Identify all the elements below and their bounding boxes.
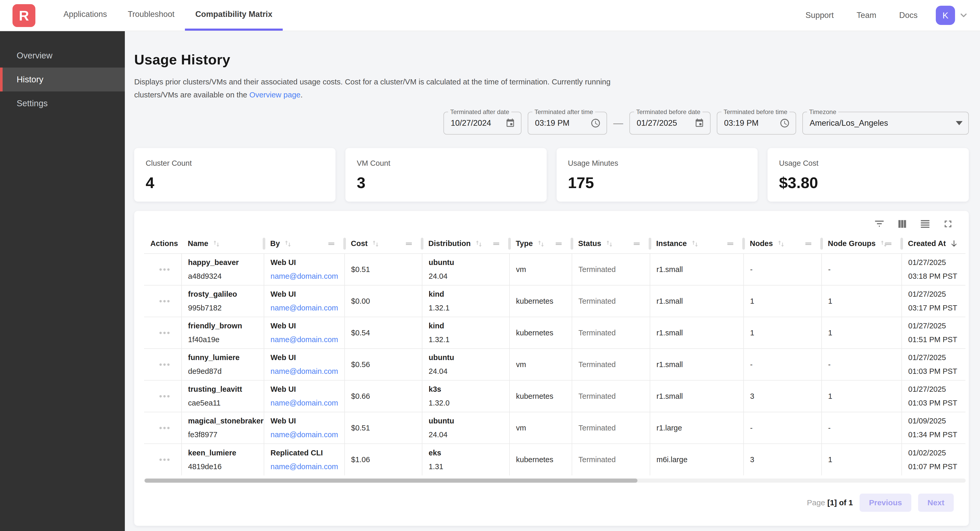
terminated-before-date-field[interactable]: Terminated before date [629,112,711,135]
horizontal-scrollbar-thumb[interactable] [145,479,638,483]
user-avatar[interactable]: K [936,6,955,25]
nodes-cell: - [744,254,822,285]
calendar-icon[interactable] [694,118,704,128]
row-actions-button[interactable] [150,285,179,317]
created-time: 01:03 PM PST [908,399,963,407]
column-menu-icon[interactable] [492,239,501,248]
stat-card-usage-cost: Usage Cost $3.80 [767,148,969,201]
row-actions-button[interactable] [150,444,179,476]
column-header-instance[interactable]: Instance [650,234,744,254]
column-header-type[interactable]: Type [509,234,572,254]
column-menu-icon[interactable] [726,239,735,248]
topbar: R Applications Troubleshoot Compatibilit… [0,0,980,31]
dropdown-caret-icon[interactable] [956,121,963,125]
node-groups-cell: 1 [822,285,902,317]
next-page-button[interactable]: Next [918,494,954,512]
column-menu-icon[interactable] [554,239,563,248]
sort-icon[interactable] [605,239,614,248]
sort-icon[interactable] [371,239,380,248]
avatar-initial: K [943,10,948,21]
created-time: 03:17 PM PST [908,304,963,312]
previous-page-button[interactable]: Previous [859,494,912,512]
density-icon[interactable] [920,218,931,230]
nodes-cell: - [744,349,822,380]
cost-cell: $0.00 [345,285,422,317]
created-by-email-link[interactable]: name@domain.com [270,399,342,407]
docs-link[interactable]: Docs [899,11,918,20]
timezone-select[interactable]: Timezone America/Los_Angeles [802,112,969,135]
column-menu-icon[interactable] [632,239,641,248]
terminated-after-date-field[interactable]: Terminated after date [444,112,522,135]
column-menu-icon[interactable] [404,239,413,248]
column-header-distribution[interactable]: Distribution [422,234,509,254]
column-header-status[interactable]: Status [572,234,650,254]
user-menu-chevron-icon[interactable] [959,10,969,20]
terminated-after-date-input[interactable] [451,119,503,128]
column-header-name[interactable]: Name [181,234,264,254]
column-menu-icon[interactable] [327,239,336,248]
support-link[interactable]: Support [805,11,834,20]
distribution-version: 24.04 [429,430,507,439]
column-header-created-at[interactable]: Created At [902,234,966,254]
tab-compatibility-matrix[interactable]: Compatibility Matrix [185,0,283,31]
sidebar-item-settings[interactable]: Settings [0,92,125,115]
sort-icon[interactable] [212,239,221,248]
column-menu-icon[interactable] [804,239,813,248]
column-header-node-groups[interactable]: Node Groups [822,234,902,254]
sort-icon[interactable] [536,239,546,248]
sort-icon[interactable] [690,239,699,248]
stat-value: 3 [357,174,547,192]
column-header-by[interactable]: By [264,234,345,254]
calendar-icon[interactable] [505,118,515,128]
sidebar-item-overview[interactable]: Overview [0,44,125,68]
terminated-before-time-label: Terminated before time [721,108,789,116]
column-header-cost[interactable]: Cost [345,234,422,254]
clock-icon[interactable] [590,118,601,128]
sort-desc-icon[interactable] [950,239,958,248]
terminated-after-time-input[interactable] [535,119,588,128]
team-link[interactable]: Team [857,11,877,20]
created-by-email-link[interactable]: name@domain.com [270,430,342,439]
column-menu-icon[interactable] [884,239,893,248]
horizontal-scrollbar[interactable] [144,479,966,483]
row-actions-button[interactable] [150,380,179,412]
clock-icon[interactable] [780,118,790,128]
terminated-after-time-field[interactable]: Terminated after time [528,112,607,135]
stat-label: VM Count [357,159,547,168]
columns-icon[interactable] [897,218,908,230]
created-by-email-link[interactable]: name@domain.com [270,304,342,312]
primary-nav: Applications Troubleshoot Compatibility … [53,0,283,31]
row-actions-button[interactable] [150,317,179,349]
tab-applications[interactable]: Applications [53,0,117,31]
sort-icon[interactable] [776,239,786,248]
row-actions-button[interactable] [150,349,179,380]
status-cell: Terminated [572,317,650,349]
overview-page-link[interactable]: Overview page [250,90,301,99]
created-by-email-link[interactable]: name@domain.com [270,272,342,281]
type-cell: kubernetes [509,285,572,317]
terminated-before-time-input[interactable] [724,119,777,128]
row-actions-button[interactable] [150,254,179,285]
stat-card-cluster-count: Cluster Count 4 [134,148,336,201]
tab-troubleshoot[interactable]: Troubleshoot [117,0,185,31]
terminated-before-time-field[interactable]: Terminated before time [717,112,796,135]
created-by-email-link[interactable]: name@domain.com [270,367,342,376]
table-row: magical_stonebrakerfe3f8977 Web UIname@d… [144,412,966,444]
table-row: friendly_brown1f40a19e Web UIname@domain… [144,317,966,349]
created-by-email-link[interactable]: name@domain.com [270,335,342,344]
description-period: . [301,90,302,99]
cluster-name: funny_lumiere [188,353,261,362]
sidebar: Overview History Settings [0,31,125,531]
column-header-nodes[interactable]: Nodes [744,234,822,254]
cluster-name: magical_stonebraker [188,417,261,425]
filter-icon[interactable] [873,218,885,230]
terminated-before-date-input[interactable] [637,119,692,128]
created-by-email-link[interactable]: name@domain.com [270,463,342,471]
sort-icon[interactable] [283,239,292,248]
fullscreen-icon[interactable] [942,218,954,230]
row-actions-button[interactable] [150,412,179,444]
sort-icon[interactable] [474,239,483,248]
filters-row: Terminated after date Terminated after t… [134,112,969,135]
sidebar-item-history[interactable]: History [0,68,125,92]
created-time: 01:07 PM PST [908,463,963,471]
